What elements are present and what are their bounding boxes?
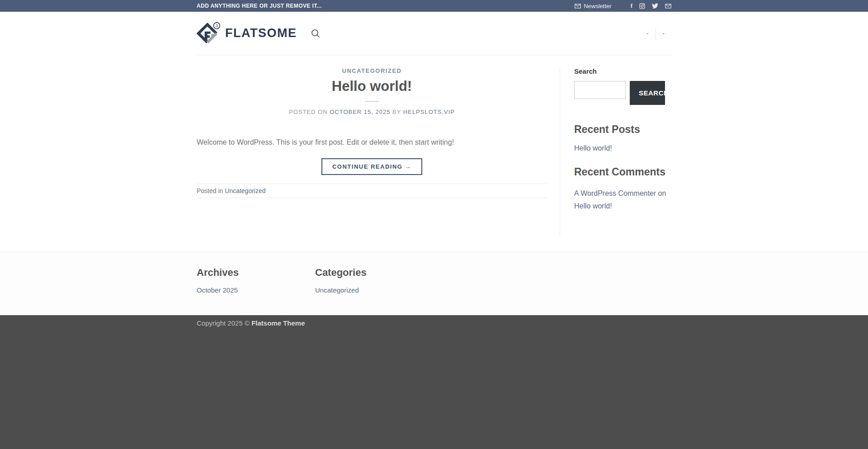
page-wrapper: UNCATEGORIZED Hello world! POSTED ON OCT… bbox=[197, 55, 671, 237]
list-item: October 2025 bbox=[197, 286, 315, 294]
sidebar: Search SEARCH Recent Posts Hello world! … bbox=[560, 67, 671, 237]
categories-list: Uncategorized bbox=[315, 286, 434, 294]
main-content: UNCATEGORIZED Hello world! POSTED ON OCT… bbox=[197, 67, 560, 237]
search-widget-label: Search bbox=[574, 67, 671, 76]
site-header: 3 FLATSOME - - bbox=[0, 12, 868, 55]
topbar-message: ADD ANYTHING HERE OR JUST REMOVE IT... bbox=[197, 3, 322, 9]
absolute-footer: Copyright 2025 © Flatsome Theme bbox=[0, 315, 868, 449]
nav-item-2[interactable]: - bbox=[656, 30, 671, 37]
facebook-icon[interactable]: f bbox=[631, 2, 632, 9]
search-row: SEARCH bbox=[574, 81, 671, 105]
meta-author-link[interactable]: HELPSLOTS.VIP bbox=[403, 109, 455, 115]
title-divider bbox=[365, 101, 379, 102]
category-link[interactable]: Uncategorized bbox=[315, 286, 359, 294]
newsletter-label: Newsletter bbox=[584, 3, 611, 9]
categories-widget: Categories Uncategorized bbox=[315, 266, 434, 294]
recent-post-link[interactable]: Hello world! bbox=[574, 144, 612, 152]
content-row: UNCATEGORIZED Hello world! POSTED ON OCT… bbox=[197, 55, 671, 237]
site-footer: Archives October 2025 Categories Uncateg… bbox=[0, 252, 868, 315]
header-search-button[interactable] bbox=[311, 29, 320, 38]
newsletter-envelope-icon bbox=[575, 4, 581, 9]
meta-posted-on-label: POSTED ON bbox=[289, 109, 328, 115]
twitter-icon[interactable] bbox=[652, 3, 658, 9]
recent-posts-heading: Recent Posts bbox=[574, 123, 671, 136]
recent-comment-item: A WordPress Commenter on Hello world! bbox=[574, 189, 671, 211]
list-item: Uncategorized bbox=[315, 286, 434, 294]
archives-widget: Archives October 2025 bbox=[197, 266, 315, 294]
logo-badge: 3 bbox=[216, 23, 218, 28]
posted-in-label: Posted in bbox=[197, 187, 223, 194]
copyright-text: Copyright 2025 © Flatsome Theme bbox=[197, 315, 671, 327]
posted-in-bar: Posted in Uncategorized bbox=[197, 184, 547, 198]
copyright-prefix: Copyright 2025 © bbox=[197, 319, 251, 327]
email-icon[interactable] bbox=[665, 4, 671, 9]
post-meta: POSTED ON OCTOBER 15, 2025 BY HELPSLOTS.… bbox=[197, 109, 547, 116]
sidebar-search-input[interactable] bbox=[574, 81, 626, 99]
archives-list: October 2025 bbox=[197, 286, 315, 294]
posted-in-category-link[interactable]: Uncategorized bbox=[225, 187, 265, 194]
flatsome-diamond-icon: 3 bbox=[197, 22, 222, 45]
recent-posts-list: Hello world! bbox=[574, 144, 671, 153]
comment-author-link[interactable]: A WordPress Commenter bbox=[574, 189, 656, 197]
archives-title: Archives bbox=[197, 266, 315, 279]
post-article: UNCATEGORIZED Hello world! POSTED ON OCT… bbox=[197, 67, 547, 198]
post-category-link[interactable]: UNCATEGORIZED bbox=[197, 67, 547, 75]
post-excerpt: Welcome to WordPress. This is your first… bbox=[197, 137, 547, 147]
continue-reading-button[interactable]: CONTINUE READING → bbox=[321, 158, 422, 175]
post-title[interactable]: Hello world! bbox=[197, 77, 547, 95]
newsletter-link[interactable]: Newsletter bbox=[575, 3, 611, 9]
sidebar-padding bbox=[574, 211, 671, 237]
comment-post-link[interactable]: Hello world! bbox=[574, 202, 671, 211]
continue-reading-wrap: CONTINUE READING → bbox=[197, 158, 547, 175]
nav-item-1[interactable]: - bbox=[640, 30, 655, 37]
meta-by-label: BY bbox=[392, 109, 401, 115]
copyright-brand: Flatsome Theme bbox=[251, 319, 305, 327]
recent-comments-heading: Recent Comments bbox=[574, 165, 671, 178]
categories-title: Categories bbox=[315, 266, 434, 279]
logo-text: FLATSOME bbox=[225, 26, 297, 40]
archive-link[interactable]: October 2025 bbox=[197, 286, 238, 294]
comment-connector: on bbox=[658, 189, 666, 197]
meta-date-link[interactable]: OCTOBER 15, 2025 bbox=[330, 109, 390, 115]
site-logo[interactable]: 3 FLATSOME bbox=[197, 22, 297, 45]
list-item: Hello world! bbox=[574, 144, 671, 153]
top-bar: ADD ANYTHING HERE OR JUST REMOVE IT... N… bbox=[0, 0, 868, 12]
header-nav: - - bbox=[640, 12, 671, 55]
instagram-icon[interactable] bbox=[639, 3, 645, 9]
topbar-right: Newsletter f bbox=[575, 2, 671, 9]
magnifier-icon bbox=[311, 29, 320, 38]
sidebar-search-button[interactable]: SEARCH bbox=[630, 81, 665, 105]
search-widget: Search SEARCH bbox=[574, 67, 671, 105]
